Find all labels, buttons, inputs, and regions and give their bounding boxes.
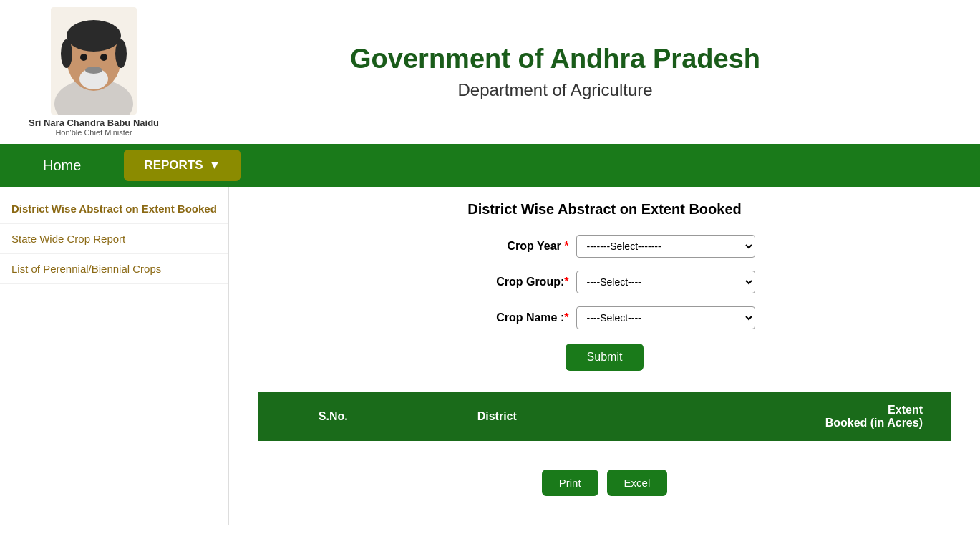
crop-year-group: Crop Year * -------Select-------: [258, 235, 951, 258]
crop-name-group: Crop Name :* ----Select----: [258, 306, 951, 329]
content-panel: District Wise Abstract on Extent Booked …: [229, 187, 980, 525]
svg-point-4: [61, 39, 72, 68]
main-content: District Wise Abstract on Extent Booked …: [0, 187, 980, 525]
col-district: District: [409, 392, 586, 441]
form-title: District Wise Abstract on Extent Booked: [258, 201, 951, 218]
crop-year-select[interactable]: -------Select-------: [576, 235, 755, 258]
crop-name-label: Crop Name :*: [455, 311, 569, 324]
header: Sri Nara Chandra Babu Naidu Hon'ble Chie…: [0, 0, 980, 144]
svg-point-7: [100, 54, 107, 61]
crop-name-select[interactable]: ----Select----: [576, 306, 755, 329]
svg-point-6: [80, 54, 87, 61]
crop-group-required: *: [564, 276, 568, 288]
crop-group-label: Crop Group:*: [455, 276, 569, 288]
crop-name-required: *: [564, 311, 568, 324]
sidebar: District Wise Abstract on Extent Booked …: [0, 187, 229, 525]
print-button[interactable]: Print: [542, 470, 598, 496]
header-person: Sri Nara Chandra Babu Naidu Hon'ble Chie…: [29, 7, 159, 137]
crop-year-required: *: [564, 240, 568, 252]
crop-group-select[interactable]: ----Select----: [576, 271, 755, 293]
crop-year-label: Crop Year *: [455, 240, 569, 253]
col-sno: S.No.: [258, 392, 409, 441]
sidebar-item-state-wide[interactable]: State Wide Crop Report: [0, 224, 228, 254]
sidebar-item-district-wise[interactable]: District Wise Abstract on Extent Booked: [0, 194, 228, 224]
svg-point-5: [115, 39, 127, 68]
navbar: Home REPORTS ▼: [0, 144, 980, 187]
crop-group-group: Crop Group:* ----Select----: [258, 271, 951, 293]
nav-reports-label: REPORTS: [144, 158, 203, 173]
gov-title: Government of Andhra Pradesh: [159, 44, 951, 74]
action-buttons: Print Excel: [258, 455, 951, 510]
dept-title: Department of Agriculture: [159, 80, 951, 100]
report-table: S.No. District ExtentBooked (in Acres): [258, 392, 951, 441]
table-container: S.No. District ExtentBooked (in Acres): [258, 392, 951, 441]
person-name: Sri Nara Chandra Babu Naidu: [29, 117, 159, 128]
person-title: Hon'ble Chief Minister: [55, 128, 132, 137]
table-header-row: S.No. District ExtentBooked (in Acres): [258, 392, 951, 441]
nav-reports-arrow: ▼: [209, 158, 221, 173]
table-header: S.No. District ExtentBooked (in Acres): [258, 392, 951, 441]
nav-home[interactable]: Home: [0, 144, 124, 187]
sidebar-item-perennial[interactable]: List of Perennial/Biennial Crops: [0, 254, 228, 284]
nav-reports-button[interactable]: REPORTS ▼: [124, 150, 241, 181]
svg-point-3: [67, 20, 121, 52]
submit-button[interactable]: Submit: [566, 344, 644, 371]
person-avatar: [51, 7, 137, 115]
header-titles: Government of Andhra Pradesh Department …: [159, 44, 951, 100]
col-extent: ExtentBooked (in Acres): [586, 392, 951, 441]
excel-button[interactable]: Excel: [607, 470, 668, 496]
svg-point-9: [85, 67, 102, 74]
